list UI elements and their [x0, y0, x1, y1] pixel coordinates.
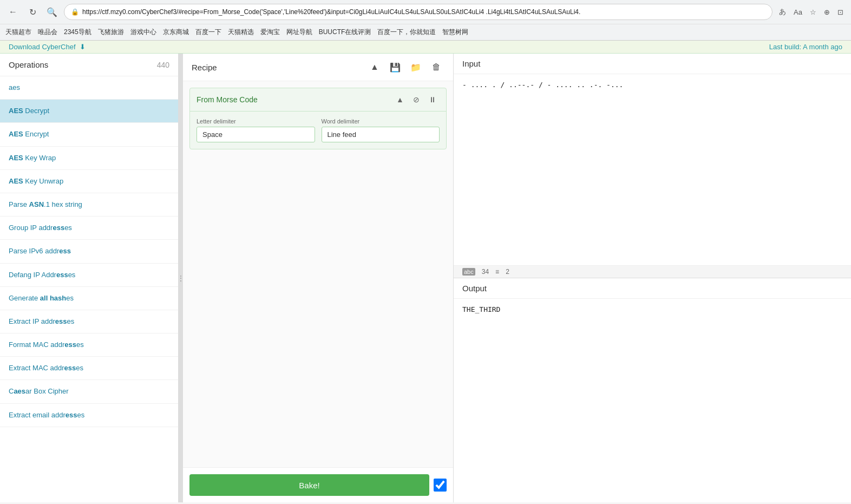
operations-count: 440 — [157, 61, 169, 69]
operation-item-extract-ip[interactable]: Extract IP addresses — [0, 310, 178, 333]
app-container: Operations 440 aesAES DecryptAES Encrypt… — [0, 54, 851, 502]
bake-label: Bake! — [299, 481, 319, 490]
recipe-card-title: From Morse Code — [197, 95, 393, 104]
aa-icon[interactable]: Aa — [791, 7, 804, 17]
bookmark-item[interactable]: 网址导航 — [286, 28, 312, 37]
operation-item-format-mac[interactable]: Format MAC addresses — [0, 333, 178, 357]
recipe-field-label: Word delimiter — [322, 118, 440, 125]
operations-list: aesAES DecryptAES EncryptAES Key WrapAES… — [0, 76, 178, 502]
recipe-title: Recipe — [192, 63, 362, 72]
input-stats: abc 34 ≡ 2 — [454, 265, 851, 278]
operations-header: Operations 440 — [0, 54, 178, 76]
recipe-field-letter-delimiter: Letter delimiter — [197, 118, 315, 142]
recipe-collapse-button[interactable]: ▲ — [366, 59, 383, 75]
operation-item-aes-key-unwrap[interactable]: AES Key Unwrap — [0, 170, 178, 193]
recipe-field-input[interactable] — [322, 127, 440, 142]
bookmarks-bar: 天猫超市唯品会2345导航飞猪旅游游戏中心京东商城百度一下天猫精选爱淘宝网址导航… — [0, 24, 851, 40]
bookmark-item[interactable]: 飞猪旅游 — [98, 28, 124, 37]
operation-item-gen-hashes[interactable]: Generate all hashes — [0, 287, 178, 310]
operation-item-extract-mac[interactable]: Extract MAC addresses — [0, 357, 178, 380]
extension-icon[interactable]: ⊕ — [822, 7, 832, 17]
notification-bar: Download CyberChef ⬇ Last build: A month… — [0, 41, 851, 54]
abc-icon: abc — [462, 268, 475, 276]
browser-right-icons: あ Aa ☆ ⊕ ⊡ — [777, 6, 846, 18]
input-content[interactable]: - .... . / ..--.- / - .... .. .-. -... — [454, 74, 851, 265]
right-panels: Input - .... . / ..--.- / - .... .. .-. … — [454, 54, 851, 502]
download-icon: ⬇ — [80, 43, 86, 51]
bookmark-item[interactable]: 天猫精选 — [228, 28, 254, 37]
bookmark-item[interactable]: 智慧树网 — [442, 28, 468, 37]
recipe-card-body: Letter delimiterWord delimiter — [190, 112, 446, 149]
download-link[interactable]: Download CyberChef ⬇ — [9, 43, 86, 51]
operation-item-parse-asn1[interactable]: Parse ASN.1 hex string — [0, 193, 178, 217]
auto-bake-checkbox[interactable] — [434, 479, 447, 492]
recipe-footer: Bake! — [183, 467, 453, 502]
char-count: 34 — [482, 268, 489, 276]
line-count: 2 — [506, 268, 509, 276]
bake-button[interactable]: Bake! — [189, 474, 429, 496]
bookmark-item[interactable]: 天猫超市 — [5, 28, 31, 37]
recipe-field-word-delimiter: Word delimiter — [322, 118, 440, 142]
recipe-field-input[interactable] — [197, 127, 315, 142]
menu-icon[interactable]: ⊡ — [835, 7, 846, 17]
browser-chrome: ← ↻ 🔍 🔒 https://ctf.mzy0.com/CyberChef3/… — [0, 0, 851, 41]
recipe-panel: Recipe ▲ 💾 📁 🗑 From Morse Code▲⊘⏸Letter … — [183, 54, 454, 502]
recipe-card-disable-button[interactable]: ⊘ — [409, 93, 423, 107]
output-panel-header: Output — [454, 278, 851, 299]
address-bar[interactable]: 🔒 https://ctf.mzy0.com/CyberChef3/#recip… — [64, 4, 773, 20]
star-icon[interactable]: ☆ — [808, 7, 819, 17]
url-text: https://ctf.mzy0.com/CyberChef3/#recipe=… — [82, 8, 765, 16]
operation-item-aes-decrypt[interactable]: AES Decrypt — [0, 100, 178, 123]
translate-icon[interactable]: あ — [777, 6, 788, 18]
operation-item-aes-key-wrap[interactable]: AES Key Wrap — [0, 147, 178, 170]
output-panel: Output THE_THIRD — [454, 278, 851, 502]
operation-item-parse-ipv6[interactable]: Parse IPv6 address — [0, 240, 178, 263]
operation-item-aes[interactable]: aes — [0, 76, 178, 100]
bookmark-item[interactable]: 京东商城 — [163, 28, 189, 37]
recipe-save-button[interactable]: 💾 — [387, 59, 403, 75]
operation-item-caesar-box[interactable]: Caesar Box Cipher — [0, 380, 178, 403]
browser-toolbar: ← ↻ 🔍 🔒 https://ctf.mzy0.com/CyberChef3/… — [0, 0, 851, 24]
lock-icon: 🔒 — [71, 8, 79, 16]
recipe-card-header: From Morse Code▲⊘⏸ — [190, 88, 446, 112]
recipe-card-pause-button[interactable]: ⏸ — [426, 93, 440, 107]
bookmark-item[interactable]: 游戏中心 — [130, 28, 156, 37]
bookmark-item[interactable]: 爱淘宝 — [260, 28, 280, 37]
last-build-text: Last build: A month ago — [769, 43, 842, 51]
recipe-folder-button[interactable]: 📁 — [408, 59, 424, 75]
back-button[interactable]: ← — [5, 4, 21, 19]
lines-icon: ≡ — [495, 268, 499, 276]
operations-recipe-divider[interactable] — [179, 54, 183, 502]
input-panel-header: Input — [454, 54, 851, 74]
recipe-card-collapse-button[interactable]: ▲ — [393, 93, 407, 107]
input-panel: Input - .... . / ..--.- / - .... .. .-. … — [454, 54, 851, 278]
operation-item-aes-encrypt[interactable]: AES Encrypt — [0, 123, 178, 146]
recipe-field-label: Letter delimiter — [197, 118, 315, 125]
bookmark-item[interactable]: 2345导航 — [64, 28, 91, 37]
search-button[interactable]: 🔍 — [44, 4, 60, 19]
operations-panel: Operations 440 aesAES DecryptAES Encrypt… — [0, 54, 179, 502]
download-text: Download CyberChef — [9, 43, 76, 51]
refresh-button[interactable]: ↻ — [25, 4, 40, 19]
output-content: THE_THIRD — [454, 299, 851, 502]
bookmark-item[interactable]: BUUCTF在线评测 — [319, 28, 371, 37]
recipe-delete-button[interactable]: 🗑 — [428, 59, 444, 75]
bookmark-item[interactable]: 百度一下 — [195, 28, 221, 37]
operation-item-extract-email[interactable]: Extract email addresses — [0, 404, 178, 427]
operation-item-group-ip[interactable]: Group IP addresses — [0, 217, 178, 240]
bookmark-item[interactable]: 百度一下，你就知道 — [377, 28, 436, 37]
operations-title: Operations — [9, 60, 48, 69]
recipe-card-icons: ▲⊘⏸ — [393, 93, 440, 107]
recipe-header: Recipe ▲ 💾 📁 🗑 — [183, 54, 453, 81]
bookmark-item[interactable]: 唯品会 — [38, 28, 57, 37]
recipe-content: From Morse Code▲⊘⏸Letter delimiterWord d… — [183, 81, 453, 467]
recipe-card-from-morse-code: From Morse Code▲⊘⏸Letter delimiterWord d… — [189, 88, 447, 149]
operation-item-defang-ip[interactable]: Defang IP Addresses — [0, 264, 178, 287]
